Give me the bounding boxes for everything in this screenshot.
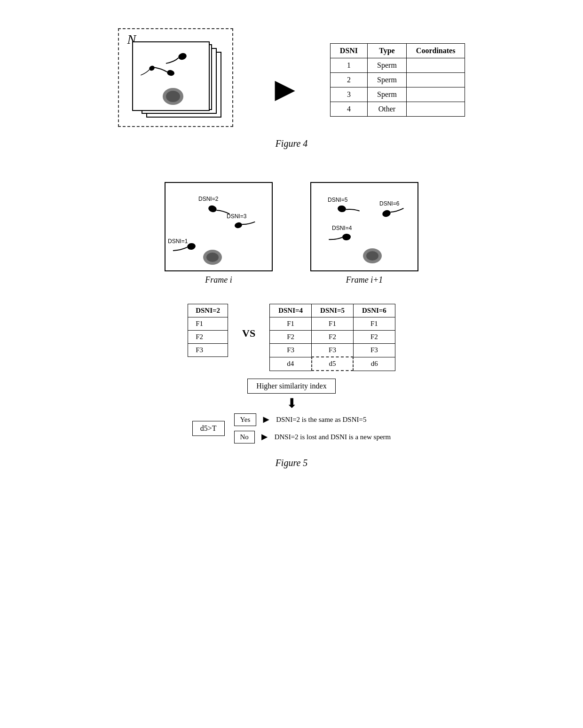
yes-box: Yes [234,413,257,426]
no-box: No [234,431,255,443]
fig4-cell-dsni: 2 [330,73,367,87]
left-table-f3: F3 [188,344,228,357]
figure4-diagram: N [28,28,555,132]
fig4-cell-coords [406,58,465,73]
svg-text:DSNI=2: DSNI=2 [198,196,219,202]
right-col-dsni5: DSNI=5 [312,304,354,317]
yes-arrow: ► [261,413,271,426]
fig4-cell-type: Sperm [368,87,407,102]
svg-text:DSNI=5: DSNI=5 [328,197,348,203]
frame-i1-svg: DSNI=5 DSNI=6 DSNI=4 [311,183,418,271]
figure4-caption: Figure 4 [28,138,555,149]
frame-i1-label: Frame i+1 [310,275,418,285]
svg-text:DSNI=4: DSNI=4 [332,225,352,231]
svg-point-5 [187,243,196,251]
arrow-right: ► [268,72,302,106]
fig4-table-row: 1Sperm [330,58,465,73]
right-table-row-1: F2F2F2 [270,331,395,344]
svg-point-0 [177,52,188,61]
svg-point-4 [166,91,180,102]
comparison-section: DSNI=2 F1 F2 F3 VS DSNI= [28,299,555,371]
fig4-cell-type: Other [368,102,407,117]
fig4-cell-dsni: 1 [330,58,367,73]
yes-result: DSNI=2 is the same as DSNI=5 [276,416,366,424]
col-dsni: DSNI [330,44,367,58]
fig4-table-row: 2Sperm [330,73,465,87]
right-cell-0-2: F1 [353,317,395,331]
frames-stack: N [118,28,240,132]
col-type: Type [368,44,407,58]
right-cell-0-0: F1 [270,317,312,331]
fig4-table-row: 4Other [330,102,465,117]
svg-point-1 [166,69,175,77]
arrow-down-1: ⬇ [286,396,297,411]
svg-point-20 [366,251,378,261]
no-result: DNSI=2 is lost and DSNI is a new sperm [275,433,391,441]
fig4-cell-type: Sperm [368,58,407,73]
no-arrow: ► [260,431,270,443]
right-cell-2-2: F3 [353,344,395,357]
svg-text:DSNI=1: DSNI=1 [168,238,188,245]
svg-text:DSNI=3: DSNI=3 [227,213,247,220]
similarity-cell-2: d6 [353,357,395,371]
right-cell-1-1: F2 [312,331,354,344]
right-cell-2-0: F3 [270,344,312,357]
left-comparison-table: DSNI=2 F1 F2 F3 [188,304,228,357]
right-cell-0-1: F1 [312,317,354,331]
right-col-dsni4: DSNI=4 [270,304,312,317]
yes-branch: Yes ► DSNI=2 is the same as DSNI=5 [234,413,391,426]
frames-row: DSNI=1 DSNI=2 DSNI=3 [28,182,555,285]
fig4-cell-dsni: 3 [330,87,367,102]
page: N [0,0,583,728]
similarity-cell-0: d4 [270,357,312,371]
higher-similarity-box: Higher similarity index [247,379,335,394]
frame-i-group: DSNI=1 DSNI=2 DSNI=3 [165,182,273,285]
vs-label: VS [242,327,255,340]
svg-text:DSNI=6: DSNI=6 [379,200,400,207]
right-cell-2-1: F3 [312,344,354,357]
svg-point-2 [148,65,155,72]
frame-i1: DSNI=5 DSNI=6 DSNI=4 [310,182,418,271]
left-table-f1: F1 [188,317,228,331]
fig4-table: DSNI Type Coordinates 1Sperm2Sperm3Sperm… [330,43,465,117]
right-comparison-table: DSNI=4 DSNI=5 DSNI=6 F1F1F1F2F2F2F3F3F3d… [269,304,395,371]
frame-i1-group: DSNI=5 DSNI=6 DSNI=4 [310,182,418,285]
frame-main [132,41,210,111]
right-table-row-2: F3F3F3 [270,344,395,357]
svg-point-9 [234,222,243,229]
right-cell-1-0: F2 [270,331,312,344]
similarity-cell-1: d5 [312,357,354,371]
fig4-table-row: 3Sperm [330,87,465,102]
svg-point-15 [381,209,392,218]
figure5-caption: Figure 5 [28,458,555,468]
sperm-svg-fig4 [133,42,211,112]
right-col-dsni6: DSNI=6 [353,304,395,317]
frame-i-label: Frame i [165,275,273,285]
left-table-header: DSNI=2 [188,304,228,317]
right-table-wrapper: DSNI=4 DSNI=5 DSNI=6 F1F1F1F2F2F2F3F3F3d… [269,299,395,371]
col-coords: Coordinates [406,44,465,58]
right-table-row-3: d4d5d6 [270,357,395,371]
fig4-cell-coords [406,102,465,117]
right-table-row-0: F1F1F1 [270,317,395,331]
right-cell-1-2: F2 [353,331,395,344]
no-branch: No ► DNSI=2 is lost and DSNI is a new sp… [234,431,391,443]
fig4-cell-type: Sperm [368,73,407,87]
fig4-cell-coords [406,73,465,87]
figure5-section: DSNI=1 DSNI=2 DSNI=3 [28,182,555,468]
threshold-box: d5>T [192,421,225,436]
left-table-f2: F2 [188,331,228,344]
fig4-cell-coords [406,87,465,102]
svg-point-7 [207,204,218,213]
fig4-cell-dsni: 4 [330,102,367,117]
svg-point-12 [206,253,219,262]
frame-i-svg: DSNI=1 DSNI=2 DSNI=3 [165,183,273,271]
svg-point-17 [342,233,351,241]
frame-i: DSNI=1 DSNI=2 DSNI=3 [165,182,273,271]
svg-point-13 [337,205,347,213]
